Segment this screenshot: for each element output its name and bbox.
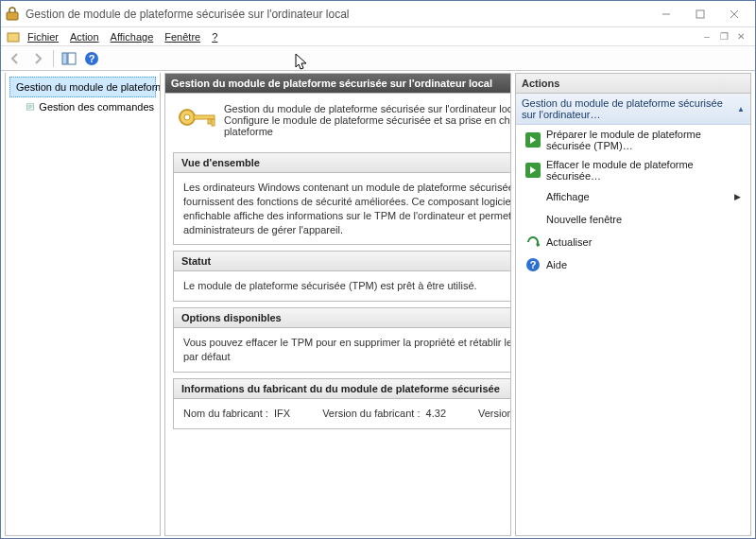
actions-header: Actions — [515, 73, 751, 94]
section-options: Options disponibles Vous pouvez effacer … — [173, 307, 511, 373]
minimize-button[interactable] — [649, 3, 683, 26]
submenu-arrow-icon: ▶ — [734, 192, 741, 201]
mfg-name-label: Nom du fabricant : — [183, 408, 268, 419]
commands-icon — [26, 99, 35, 114]
intro-line2: Configure le module de plateforme sécuri… — [224, 114, 511, 137]
mmc-icon — [7, 30, 22, 43]
menu-help[interactable]: ? — [212, 31, 217, 43]
intro-block: Gestion du module de plateforme sécurisé… — [173, 99, 511, 147]
tree-child-label: Gestion des commandes — [39, 101, 154, 113]
tree-root-label: Gestion du module de plateforme : — [16, 81, 161, 93]
actions-pane: Actions Gestion du module de plateforme … — [515, 73, 751, 536]
svg-text:?: ? — [89, 53, 95, 64]
menu-action[interactable]: Action — [70, 31, 99, 43]
menu-file[interactable]: Fichier — [27, 31, 59, 43]
section-overview-body: Les ordinateurs Windows contenant un mod… — [174, 173, 511, 244]
section-status-title: Statut — [174, 252, 511, 271]
mfg-ver-value: 4.32 — [426, 408, 446, 419]
tree-body: Gestion du module de plateforme : Gestio… — [5, 73, 161, 536]
actions-group-header[interactable]: Gestion du module de plateforme sécurisé… — [516, 94, 750, 125]
content-pane: Gestion du module de plateforme sécurisé… — [164, 73, 511, 536]
app-icon — [5, 7, 20, 22]
svg-rect-2 — [8, 33, 19, 42]
section-options-body: Vous pouvez effacer le TPM pour en suppr… — [174, 328, 511, 372]
svg-rect-13 — [212, 119, 215, 126]
section-mfg: Informations du fabricant du du module d… — [173, 378, 511, 429]
mfg-name-value: IFX — [274, 408, 290, 419]
menu-bar: Fichier Action Affichage Fenêtre ? – ❐ ✕ — [1, 27, 755, 46]
content-body: Gestion du module de plateforme sécurisé… — [164, 94, 511, 536]
action-newwin-label: Nouvelle fenêtre — [546, 214, 622, 225]
show-hide-tree-button[interactable] — [59, 48, 79, 69]
arrow-green-icon — [525, 132, 541, 148]
intro-line1: Gestion du module de plateforme sécurisé… — [224, 103, 511, 114]
close-button[interactable] — [717, 3, 751, 26]
actions-body: Gestion du module de plateforme sécurisé… — [515, 94, 751, 536]
action-prepare-label: Préparer le module de plateforme sécuris… — [546, 129, 741, 151]
svg-point-10 — [184, 114, 190, 120]
main-body: Gestion du module de plateforme : Gestio… — [1, 71, 755, 538]
svg-rect-4 — [68, 53, 76, 64]
toolbar: ? — [1, 46, 755, 71]
section-overview: Vue d'ensemble Les ordinateurs Windows c… — [173, 152, 511, 245]
section-options-title: Options disponibles — [174, 308, 511, 328]
window-controls — [649, 3, 751, 26]
arrow-green-icon — [525, 163, 541, 178]
window-title: Gestion de module de plateforme sécurisé… — [26, 8, 649, 21]
action-clear-label: Effacer le module de plateforme sécurisé… — [546, 159, 741, 182]
svg-rect-0 — [7, 12, 18, 20]
menu-window[interactable]: Fenêtre — [164, 31, 200, 43]
actions-group-label: Gestion du module de plateforme sécurisé… — [522, 97, 737, 120]
tree-child[interactable]: Gestion des commandes — [9, 97, 156, 116]
section-overview-title: Vue d'ensemble — [174, 153, 511, 173]
mdi-close-button[interactable]: ✕ — [732, 29, 749, 44]
toolbar-separator — [53, 50, 54, 67]
tree-root[interactable]: Gestion du module de plateforme : — [9, 77, 156, 97]
key-icon — [177, 103, 216, 131]
action-refresh-label: Actualiser — [546, 236, 592, 248]
section-status: Statut Le module de plateforme sécurisée… — [173, 251, 511, 302]
help-button[interactable]: ? — [81, 48, 102, 69]
action-help-label: Aide — [546, 259, 567, 270]
section-mfg-title: Informations du fabricant du du module d… — [174, 379, 511, 399]
nav-forward-button — [27, 48, 48, 69]
tree-pane: Gestion du module de plateforme : Gestio… — [5, 73, 161, 536]
title-bar: Gestion de module de plateforme sécurisé… — [1, 1, 755, 27]
content-header: Gestion du module de plateforme sécurisé… — [164, 73, 511, 94]
action-display[interactable]: Affichage ▶ — [516, 185, 750, 208]
svg-rect-11 — [194, 115, 215, 119]
menu-view[interactable]: Affichage — [111, 31, 154, 43]
svg-rect-1 — [696, 10, 704, 18]
help-icon: ? — [525, 257, 541, 272]
svg-rect-3 — [62, 53, 67, 64]
action-new-window[interactable]: Nouvelle fenêtre — [516, 208, 750, 231]
mdi-minimize-button[interactable]: – — [698, 29, 715, 44]
refresh-icon — [525, 235, 541, 250]
collapse-icon: ▲ — [737, 105, 745, 113]
maximize-button[interactable] — [683, 3, 717, 26]
svg-rect-12 — [208, 119, 211, 124]
action-help[interactable]: ? Aide — [516, 253, 750, 276]
action-prepare-tpm[interactable]: Préparer le module de plateforme sécuris… — [516, 125, 750, 155]
nav-back-button — [5, 48, 26, 69]
action-display-label: Affichage — [546, 191, 590, 202]
section-status-body: Le module de plateforme sécurisée (TPM) … — [174, 271, 511, 301]
svg-text:?: ? — [530, 259, 537, 270]
mfg-ver-label: Version du fabricant : — [322, 408, 420, 419]
action-refresh[interactable]: Actualiser — [516, 231, 750, 253]
mfg-spec-label: Version de la spécificatio — [478, 407, 511, 421]
action-clear-tpm[interactable]: Effacer le module de plateforme sécurisé… — [516, 155, 750, 185]
mdi-restore-button[interactable]: ❐ — [715, 29, 732, 44]
